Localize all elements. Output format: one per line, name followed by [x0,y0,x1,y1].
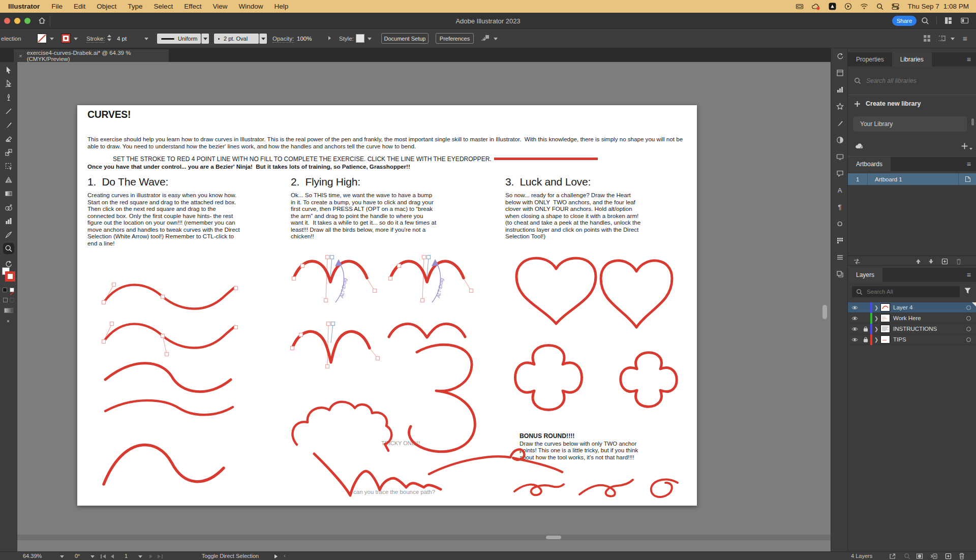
layer-thumbnail[interactable] [880,303,890,312]
next-artboard-icon[interactable] [149,554,152,558]
new-layer-icon[interactable] [945,553,952,560]
adobe-app-icon[interactable] [829,3,836,10]
display-mirroring-icon[interactable] [796,3,804,10]
layer-target-circle[interactable] [966,327,971,331]
default-color-swatch[interactable] [3,288,7,292]
scale-tool[interactable] [5,148,13,157]
exercise-artwork[interactable]: ALT-Drag ALT-Drag [77,105,697,506]
variable-width-profile-select[interactable]: Uniform [157,34,201,44]
creative-cloud-icon[interactable] [812,3,820,10]
selection-tool[interactable] [5,66,13,74]
layer-name[interactable]: Layer 4 [893,304,912,310]
expand-chevron-icon[interactable]: ❯ [872,316,880,321]
stroke-swatch[interactable] [61,34,71,43]
draw-normal-mode-button[interactable] [3,298,8,302]
artboards-menu-icon[interactable]: ≡ [967,157,976,171]
libraries-search[interactable] [854,77,961,84]
zoom-tool[interactable] [5,244,13,253]
layer-row-work-here[interactable]: ❯ Work Here [848,313,976,324]
libraries-search-input[interactable] [866,77,953,84]
zoom-dropdown-icon[interactable] [60,555,64,558]
menu-effect[interactable]: Effect [178,3,207,10]
rotate-view-tool[interactable] [5,260,13,268]
layer-name[interactable]: INSTRUCTIONS [893,326,937,332]
canvas-horizontal-scrollbar-track[interactable] [17,535,831,540]
visibility-eye-icon[interactable] [848,337,861,342]
artboard-nav-dropdown-icon[interactable] [138,555,142,558]
previous-artboard-icon[interactable] [111,554,114,558]
perspective-grid-tool[interactable] [5,176,13,184]
move-up-icon[interactable] [915,258,922,267]
close-tab-icon[interactable]: × [19,53,22,59]
panel-icon-chart[interactable] [835,85,844,94]
layer-row-layer-4[interactable]: ❯ Layer 4 [848,302,976,313]
expand-chevron-icon[interactable]: ❯ [872,326,880,332]
canvas-vertical-scrollbar[interactable] [822,305,827,319]
document-setup-button[interactable]: Document Setup [381,33,429,44]
preferences-button[interactable]: Preferences [436,33,474,44]
menu-edit[interactable]: Edit [68,3,91,10]
visibility-eye-icon[interactable] [848,305,861,310]
opacity-label[interactable]: Opacity: [272,36,294,43]
brush-dropdown-icon[interactable] [259,34,267,44]
layer-thumbnail[interactable] [880,335,890,344]
rearrange-artboards-icon[interactable] [853,258,861,267]
touch-workspace-icon[interactable] [923,35,931,43]
panel-icon-color[interactable] [835,135,844,144]
pen-tool[interactable] [5,94,13,102]
control-bar-menu-icon[interactable]: ≡ [963,34,967,43]
layers-filter-icon[interactable] [964,287,971,296]
menu-illustrator[interactable]: Illustrator [0,3,46,10]
paintbrush-tool[interactable] [5,121,13,129]
layers-menu-icon[interactable]: ≡ [967,268,976,282]
expand-chevron-icon[interactable]: ❯ [872,305,880,310]
tab-properties[interactable]: Properties [848,52,892,67]
share-button[interactable]: Share [892,16,917,26]
layer-row-tips[interactable]: ❯ TIPS [848,334,976,345]
spotlight-search-icon[interactable] [876,3,883,10]
menu-object[interactable]: Object [91,3,122,10]
toolbar-edit-dot[interactable] [7,320,9,322]
workspace-switcher-icon[interactable] [944,17,952,26]
menu-type[interactable]: Type [122,3,148,10]
move-down-icon[interactable] [928,258,934,267]
tab-artboards[interactable]: Artboards [848,157,891,171]
line-segment-tool[interactable] [5,107,13,115]
first-artboard-icon[interactable] [101,554,106,558]
rotation-value[interactable]: 0° [75,553,80,559]
profile-dropdown-icon[interactable] [201,34,209,44]
collect-for-export-icon[interactable] [889,553,896,560]
direct-selection-tool[interactable] [5,80,13,88]
stroke-swatch-dropdown-icon[interactable] [74,38,78,40]
layer-row-instructions[interactable]: ❯ INSTRUCTIONS [848,324,976,334]
artboard-row[interactable]: 1 Artboard 1 [848,173,976,185]
stroke-weight-dropdown-icon[interactable] [144,38,148,40]
opacity-expand-icon[interactable] [328,36,331,40]
panel-icon-appearance[interactable] [835,253,844,262]
layer-target-circle[interactable] [966,305,971,310]
new-sublayer-icon[interactable] [930,553,937,560]
status-collapse-icon[interactable]: ‹ [284,552,286,558]
panel-icon-artboard[interactable] [835,68,844,77]
panel-icon-rotate-view[interactable] [835,51,844,60]
layers-search[interactable] [852,286,960,297]
your-library-item[interactable]: Your Library [853,116,967,132]
align-dropdown-icon[interactable] [494,38,498,40]
layer-name[interactable]: TIPS [893,336,906,343]
rotation-dropdown-icon[interactable] [90,555,95,558]
zoom-level[interactable]: 64.39% [23,553,42,559]
menu-bar-clock[interactable]: Thu Sep 71:08 PM [907,3,969,10]
wifi-icon[interactable] [860,3,868,10]
delete-artboard-icon[interactable] [956,258,962,267]
tab-layers[interactable]: Layers [848,268,882,282]
expand-chevron-icon[interactable]: ❯ [872,337,880,343]
lock-icon[interactable] [861,326,870,332]
create-new-library-button[interactable]: Create new library [854,100,921,107]
document-canvas[interactable]: CURVES! This exercise should help you le… [17,62,831,551]
screen-mode-button[interactable] [4,308,13,313]
clipping-mask-icon[interactable] [916,553,923,560]
stroke-proxy-swatch[interactable] [5,271,15,282]
stroke-stepper[interactable] [107,35,111,41]
style-swatch[interactable] [356,34,364,43]
fill-dropdown-icon[interactable] [50,38,54,40]
